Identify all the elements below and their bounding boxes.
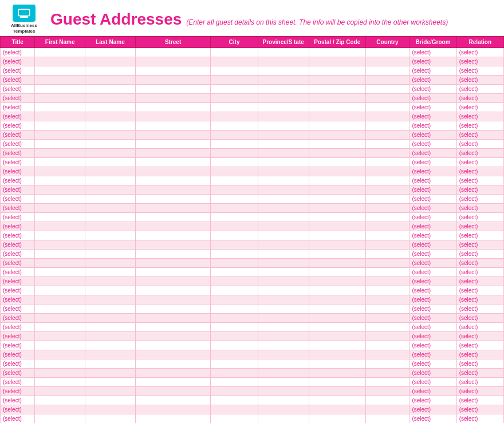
table-cell[interactable]: (select): [456, 103, 503, 112]
table-cell[interactable]: (select): [410, 48, 456, 57]
table-cell[interactable]: [85, 277, 136, 286]
table-row[interactable]: (select)(select)(select): [1, 378, 504, 387]
table-cell[interactable]: (select): [410, 231, 456, 240]
table-cell[interactable]: (select): [1, 295, 35, 305]
table-cell[interactable]: [211, 176, 258, 185]
table-cell[interactable]: (select): [1, 167, 35, 176]
table-cell[interactable]: [85, 240, 136, 250]
table-cell[interactable]: (select): [410, 323, 456, 332]
table-cell[interactable]: [135, 305, 211, 314]
table-cell[interactable]: [365, 76, 410, 85]
table-cell[interactable]: [258, 405, 309, 414]
table-cell[interactable]: (select): [1, 48, 35, 57]
table-cell[interactable]: (select): [410, 213, 456, 222]
table-cell[interactable]: [365, 332, 410, 341]
table-cell[interactable]: [309, 57, 365, 66]
table-cell[interactable]: (select): [1, 85, 35, 94]
table-cell[interactable]: [309, 277, 365, 286]
table-cell[interactable]: [135, 405, 211, 414]
table-cell[interactable]: (select): [410, 76, 456, 85]
table-cell[interactable]: [309, 305, 365, 314]
table-cell[interactable]: (select): [456, 204, 503, 213]
table-cell[interactable]: [135, 314, 211, 323]
table-cell[interactable]: [258, 387, 309, 396]
table-cell[interactable]: [365, 414, 410, 423]
table-cell[interactable]: [135, 369, 211, 378]
table-row[interactable]: (select)(select)(select): [1, 204, 504, 213]
table-cell[interactable]: (select): [456, 158, 503, 167]
table-cell[interactable]: [309, 231, 365, 240]
table-cell[interactable]: [365, 268, 410, 277]
table-cell[interactable]: [35, 259, 85, 268]
table-cell[interactable]: [211, 149, 258, 158]
table-cell[interactable]: [85, 131, 136, 140]
table-cell[interactable]: (select): [410, 286, 456, 295]
table-cell[interactable]: [35, 350, 85, 359]
table-row[interactable]: (select)(select)(select): [1, 259, 504, 268]
table-cell[interactable]: [85, 387, 136, 396]
table-cell[interactable]: (select): [410, 103, 456, 112]
table-cell[interactable]: [35, 204, 85, 213]
table-cell[interactable]: (select): [456, 268, 503, 277]
table-row[interactable]: (select)(select)(select): [1, 240, 504, 250]
table-cell[interactable]: (select): [410, 378, 456, 387]
table-cell[interactable]: [35, 213, 85, 222]
table-row[interactable]: (select)(select)(select): [1, 195, 504, 204]
table-cell[interactable]: [135, 103, 211, 112]
table-cell[interactable]: [258, 332, 309, 341]
table-cell[interactable]: [309, 158, 365, 167]
table-cell[interactable]: [258, 185, 309, 195]
table-cell[interactable]: [85, 305, 136, 314]
table-cell[interactable]: [258, 250, 309, 259]
table-cell[interactable]: [135, 359, 211, 369]
table-row[interactable]: (select)(select)(select): [1, 185, 504, 195]
table-cell[interactable]: [211, 378, 258, 387]
table-cell[interactable]: [85, 57, 136, 66]
table-cell[interactable]: (select): [1, 259, 35, 268]
table-cell[interactable]: (select): [456, 341, 503, 350]
table-cell[interactable]: [211, 259, 258, 268]
table-cell[interactable]: [309, 286, 365, 295]
table-cell[interactable]: [309, 167, 365, 176]
table-cell[interactable]: [135, 341, 211, 350]
table-row[interactable]: (select)(select)(select): [1, 387, 504, 396]
table-row[interactable]: (select)(select)(select): [1, 268, 504, 277]
table-cell[interactable]: (select): [410, 131, 456, 140]
table-cell[interactable]: (select): [410, 369, 456, 378]
table-cell[interactable]: [211, 94, 258, 103]
table-cell[interactable]: [365, 405, 410, 414]
table-row[interactable]: (select)(select)(select): [1, 250, 504, 259]
table-cell[interactable]: [135, 350, 211, 359]
table-row[interactable]: (select)(select)(select): [1, 158, 504, 167]
table-cell[interactable]: [309, 369, 365, 378]
table-cell[interactable]: [211, 359, 258, 369]
table-cell[interactable]: [211, 414, 258, 423]
table-cell[interactable]: [135, 204, 211, 213]
table-cell[interactable]: (select): [456, 295, 503, 305]
table-cell[interactable]: [309, 103, 365, 112]
table-cell[interactable]: [258, 167, 309, 176]
table-cell[interactable]: [309, 222, 365, 231]
table-cell[interactable]: (select): [410, 167, 456, 176]
table-cell[interactable]: [309, 213, 365, 222]
table-cell[interactable]: [135, 295, 211, 305]
table-cell[interactable]: [365, 213, 410, 222]
table-cell[interactable]: [135, 250, 211, 259]
table-cell[interactable]: (select): [1, 103, 35, 112]
table-cell[interactable]: [135, 286, 211, 295]
table-cell[interactable]: [365, 66, 410, 76]
table-cell[interactable]: (select): [1, 231, 35, 240]
table-cell[interactable]: [258, 259, 309, 268]
table-cell[interactable]: (select): [456, 332, 503, 341]
table-cell[interactable]: [309, 131, 365, 140]
table-cell[interactable]: [365, 277, 410, 286]
table-cell[interactable]: [85, 259, 136, 268]
table-cell[interactable]: [85, 396, 136, 405]
table-row[interactable]: (select)(select)(select): [1, 57, 504, 66]
table-cell[interactable]: (select): [1, 112, 35, 121]
table-cell[interactable]: [211, 396, 258, 405]
table-cell[interactable]: [365, 121, 410, 131]
table-cell[interactable]: (select): [410, 158, 456, 167]
table-cell[interactable]: [211, 405, 258, 414]
table-cell[interactable]: [135, 387, 211, 396]
